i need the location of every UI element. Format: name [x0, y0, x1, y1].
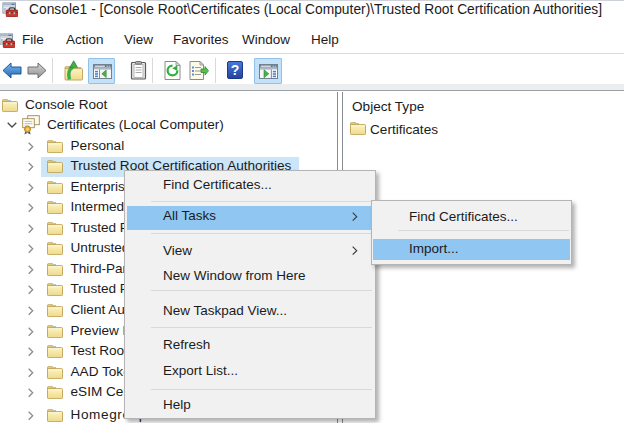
svg-text:?: ?: [231, 62, 240, 78]
